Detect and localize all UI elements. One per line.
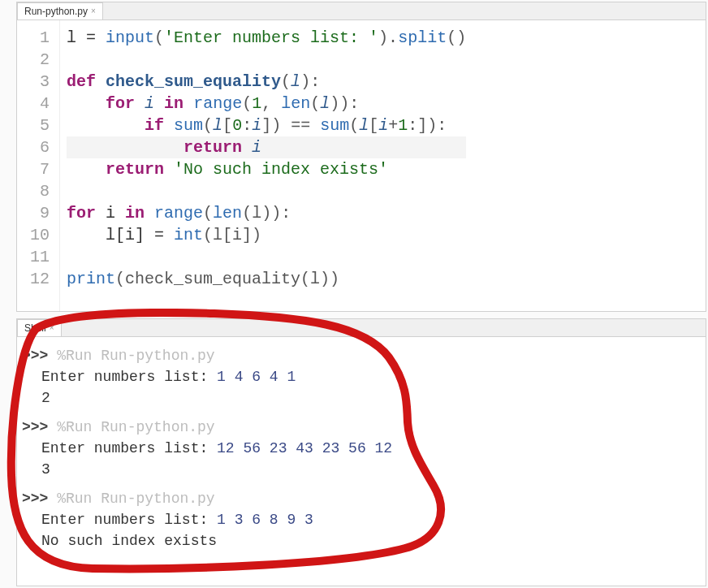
line-number: 7 <box>30 158 50 180</box>
shell-prompt-line: >>> %Run Run-python.py <box>22 345 704 366</box>
shell-output-line: Enter numbers list: 1 4 6 4 1 <box>22 366 704 387</box>
shell-output-line: No such index exists <box>22 530 704 551</box>
line-number: 5 <box>30 115 50 136</box>
line-number: 11 <box>30 246 50 268</box>
code-line[interactable] <box>67 246 466 268</box>
code-line[interactable] <box>67 180 466 202</box>
close-icon[interactable]: × <box>91 7 96 15</box>
code-line[interactable]: return 'No such index exists' <box>67 158 466 180</box>
shell-prompt-line: >>> %Run Run-python.py <box>22 417 704 438</box>
code-line[interactable]: l[i] = int(l[i]) <box>67 224 466 246</box>
shell-run: >>> %Run Run-python.pyEnter numbers list… <box>22 488 704 551</box>
line-number: 4 <box>30 93 50 115</box>
line-number: 12 <box>30 268 50 290</box>
editor-tab[interactable]: Run-python.py × <box>17 2 103 19</box>
shell-tab[interactable]: Shell × <box>17 319 62 336</box>
line-gutter: 123456789101112 <box>17 20 60 311</box>
shell-output-line: Enter numbers list: 1 3 6 8 9 3 <box>22 509 704 530</box>
line-number: 10 <box>30 224 50 246</box>
code-line[interactable]: for i in range(1, len(l)): <box>67 93 466 115</box>
code-text[interactable]: l = input('Enter numbers list: ').split(… <box>60 20 466 311</box>
shell-output-line: Enter numbers list: 12 56 23 43 23 56 12 <box>22 438 704 459</box>
line-number: 9 <box>30 202 50 224</box>
shell-tab-title: Shell <box>24 322 46 334</box>
line-number: 6 <box>30 136 50 158</box>
code-area[interactable]: 123456789101112 l = input('Enter numbers… <box>17 20 706 311</box>
shell-pane: Shell × >>> %Run Run-python.pyEnter numb… <box>16 318 706 586</box>
code-line[interactable]: return i <box>67 136 466 158</box>
shell-output-line: 3 <box>22 459 704 480</box>
shell-tabbar: Shell × <box>17 319 706 337</box>
code-line[interactable]: l = input('Enter numbers list: ').split(… <box>67 27 466 49</box>
shell-run: >>> %Run Run-python.pyEnter numbers list… <box>22 417 704 480</box>
code-line[interactable]: print(check_sum_equality(l)) <box>67 268 466 290</box>
shell-output-line: 2 <box>22 387 704 409</box>
code-line[interactable]: for i in range(len(l)): <box>67 202 466 224</box>
shell-prompt-line: >>> %Run Run-python.py <box>22 488 704 509</box>
line-number: 2 <box>30 49 50 71</box>
editor-tabbar: Run-python.py × <box>17 2 706 20</box>
shell-output[interactable]: >>> %Run Run-python.pyEnter numbers list… <box>17 337 706 586</box>
shell-run: >>> %Run Run-python.pyEnter numbers list… <box>22 345 704 409</box>
code-line[interactable]: def check_sum_equality(l): <box>67 71 466 93</box>
line-number: 3 <box>30 71 50 93</box>
line-number: 8 <box>30 180 50 202</box>
code-line[interactable] <box>67 49 466 71</box>
line-number: 1 <box>30 27 50 49</box>
editor-pane: Run-python.py × 123456789101112 l = inpu… <box>16 2 706 312</box>
editor-tab-title: Run-python.py <box>24 6 88 17</box>
close-icon[interactable]: × <box>50 324 54 332</box>
code-line[interactable]: if sum(l[0:i]) == sum(l[i+1:]): <box>67 115 466 136</box>
